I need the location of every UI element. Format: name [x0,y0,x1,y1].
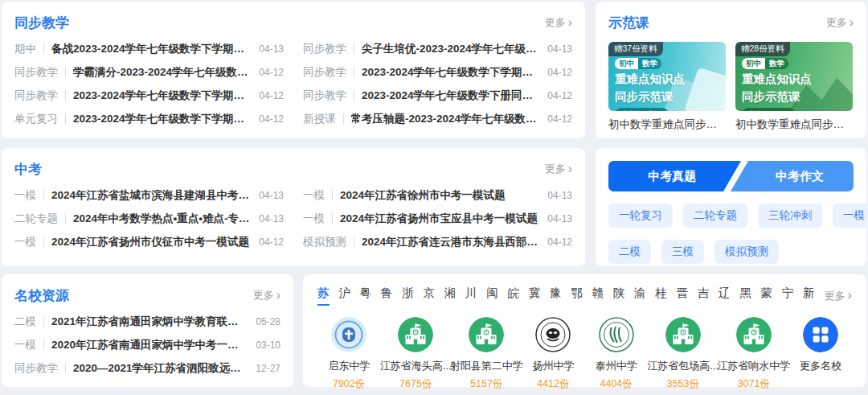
school-seal-green-icon [599,317,634,352]
list-item[interactable]: 一模 2024年江苏省扬州市仪征市中考一模试题 04-12 [14,230,284,253]
school-baochang[interactable]: 江苏省包场高... 3553份 [648,317,719,391]
list-item[interactable]: 同步教学 学霸满分-2023-2024学年七年级数学... 04-12 [14,60,284,84]
more-link-provinces[interactable]: 更多 › [824,289,851,303]
school-taizhou[interactable]: 泰州中学 4404份 [585,317,648,391]
province-yue[interactable]: 粤 [360,286,372,306]
more-schools-button[interactable]: 更多名校 [789,317,852,391]
schools-row: 启东中学 7902份 江苏省海头高... 7675份 [317,317,852,391]
item-title: 备战2023-2024学年七年级数学下学期期中... [51,42,251,56]
province-wan[interactable]: 皖 [507,286,519,306]
list-item[interactable]: 一模 2024年江苏省盐城市滨海县建湖县中考一模... 04-13 [14,183,284,207]
item-title: 2023-2024学年七年级数学下册同步精... [362,88,539,103]
province-xin[interactable]: 新 [803,286,815,306]
panel-regions-schools: 苏 沪 粤 鲁 浙 京 湘 川 闽 皖 冀 豫 鄂 赣 陕 渝 桂 晋 吉 辽 … [303,274,866,387]
tab-zhongkao-zhenti[interactable]: 中考真题 [608,161,736,191]
province-gui[interactable]: 桂 [655,286,667,306]
demo-card-volume2[interactable]: 赠28份资料 初中 数学 重难点知识点 同步示范课 七年级·下册 初中数学重难点… [735,42,853,132]
item-title: 2020年江苏省南通田家炳中学中考一模试题 [51,338,248,352]
tab-bar: 中考真题 中考作文 [608,161,854,191]
province-zhe[interactable]: 浙 [402,286,414,306]
divider [43,237,44,247]
list-item[interactable]: 二轮专题 2024年中考数学热点•重点•难点-专练... 04-13 [14,207,284,230]
item-category: 同步教学 [303,88,346,103]
divider [43,339,44,350]
school-xiangshui[interactable]: 江苏省响水中学 3071份 [719,317,789,391]
province-hei[interactable]: 黑 [739,286,751,306]
province-chuan[interactable]: 川 [465,286,477,306]
province-yu2[interactable]: 渝 [634,286,646,306]
list-item[interactable]: 新授课 常考压轴题-2023-2024学年七年级数学... 04-12 [303,107,572,130]
item-title: 常考压轴题-2023-2024学年七年级数学... [351,112,540,126]
province-shan[interactable]: 陕 [613,286,625,306]
list-item[interactable]: 二模 2021年江苏省南通田家炳中学教育联合体中... 05-28 [14,310,280,333]
demo-card-cover: 赠37份资料 初中 数学 重难点知识点 同步示范课 七年级·上册 [608,42,726,111]
item-date: 04-13 [259,43,284,55]
list-item[interactable]: 同步教学 2020—2021学年江苏省泗阳致远中学... 12-27 [14,356,280,380]
item-date: 04-12 [547,90,572,101]
tag-round1-review[interactable]: 一轮复习 [608,204,673,228]
more-link-demo[interactable]: 更多 › [826,15,854,30]
province-jing[interactable]: 京 [423,286,435,306]
province-su[interactable]: 苏 [317,286,330,306]
item-category: 同步教学 [14,88,58,103]
school-qidong[interactable]: 启东中学 7902份 [317,317,380,391]
list-item[interactable]: 一模 2024年江苏省扬州市宝应县中考一模试题 04-13 [303,207,572,230]
item-title: 2024年江苏省连云港市东海县西部四校... [362,235,539,249]
item-category: 一模 [303,212,325,226]
list-item[interactable]: 单元复习 2023-2024学年七年级数学下学期期中... 04-12 [14,107,284,130]
tag-round3-sprint[interactable]: 三轮冲刺 [758,204,822,228]
panel-zhongkao: 中考 更多 › 一模 2024年江苏省盐城市滨海县建湖县中考一模... 04-1… [2,148,585,266]
tag-mock2[interactable]: 二模 [608,240,651,264]
province-ji2[interactable]: 冀 [529,286,541,306]
province-liao[interactable]: 辽 [719,286,731,306]
panel-demo-course: 示范课 更多 › 赠37份资料 初中 数学 重难点知识点 同步示范课 七年级·上… [596,2,866,138]
list-item[interactable]: 期中 备战2023-2024学年七年级数学下学期期中... 04-13 [14,37,284,60]
item-category: 同步教学 [303,65,346,80]
demo-card-volume1[interactable]: 赠37份资料 初中 数学 重难点知识点 同步示范课 七年级·上册 初中数学重难点… [608,42,726,132]
list-item[interactable]: 同步教学 2023-2024学年七年级数学下学期期中... 04-12 [303,60,572,84]
level-subject-pill: 初中 数学 [615,58,661,69]
demo-card-cover: 赠28份资料 初中 数学 重难点知识点 同步示范课 七年级·下册 [735,42,853,111]
province-jin[interactable]: 晋 [677,286,689,306]
list-item[interactable]: 同步教学 2023-2024学年七年级数学下册同步精... 04-12 [303,84,572,107]
school-yangzhou[interactable]: 扬州中学 4412份 [522,317,584,391]
school-sheyang-no2[interactable]: 射阳县第二中学 5157份 [451,317,522,391]
province-xiang[interactable]: 湘 [444,286,457,306]
item-category: 一模 [303,188,325,203]
more-link-zhongkao[interactable]: 更多 › [545,162,572,176]
province-e[interactable]: 鄂 [571,286,583,306]
item-date: 04-12 [259,237,284,248]
section-title-famous: 名校资源 [14,286,69,305]
list-item[interactable]: 模拟预测 2024年江苏省连云港市东海县西部四校... 04-12 [303,230,572,253]
item-title: 2024年江苏省徐州市中考一模试题 [340,188,539,203]
school-haitou[interactable]: 江苏省海头高... 7675份 [380,317,451,391]
more-link-famous[interactable]: 更多 › [253,288,280,302]
province-gan[interactable]: 赣 [592,286,604,306]
tag-round2-topics[interactable]: 二轮专题 [683,204,747,228]
tag-mock-forecast[interactable]: 模拟预测 [714,240,779,264]
tag-mock3[interactable]: 三模 [661,240,704,264]
list-item[interactable]: 同步教学 2023-2024学年七年级数学下学期考试... 04-12 [14,84,284,107]
list-item[interactable]: 一模 2020年江苏省南通田家炳中学中考一模试题 03-10 [14,333,280,356]
more-link-sync[interactable]: 更多 › [545,15,572,30]
list-item[interactable]: 同步教学 尖子生培优-2023-2024学年七年级数... 04-13 [303,37,572,60]
divider [332,213,333,224]
province-hu[interactable]: 沪 [338,286,350,306]
grade-pill: 七年级·下册 [742,108,796,111]
province-ji[interactable]: 吉 [698,286,710,306]
province-yu[interactable]: 豫 [550,286,562,306]
item-title: 2024年江苏省盐城市滨海县建湖县中考一模... [51,188,251,203]
panel-exam-tabs: 中考真题 中考作文 一轮复习 二轮专题 三轮冲刺 一模 二模 三模 模拟预测 [596,148,866,266]
list-item[interactable]: 一模 2024年江苏省徐州市中考一模试题 04-13 [303,183,572,207]
divider [65,363,66,373]
tab-zhongkao-zuowen[interactable]: 中考作文 [746,161,854,191]
school-seal-black-icon [535,317,571,352]
item-date: 04-13 [547,213,572,224]
sync-column-1: 期中 备战2023-2024学年七年级数学下学期期中... 04-13 同步教学… [14,37,284,130]
province-min[interactable]: 闽 [486,286,498,306]
province-meng[interactable]: 蒙 [761,286,773,306]
demo-card-caption: 初中数学重难点同步示范... [735,117,853,132]
province-lu[interactable]: 鲁 [381,286,393,306]
province-ning[interactable]: 宁 [782,286,794,306]
tag-mock1[interactable]: 一模 [833,204,868,228]
